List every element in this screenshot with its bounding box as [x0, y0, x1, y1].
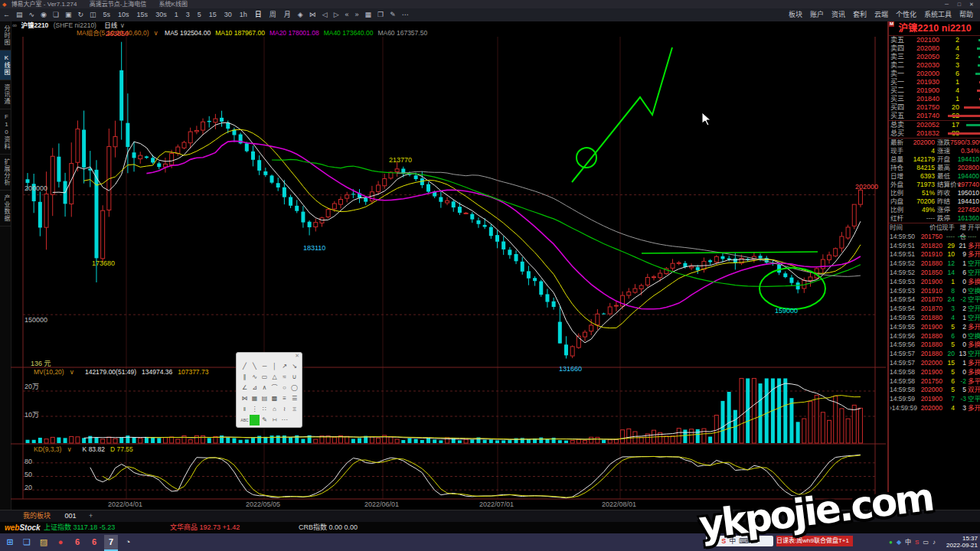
- tab-group-label[interactable]: 我的板块: [23, 512, 51, 520]
- draw-tool-4-3[interactable]: ⌂: [270, 404, 279, 415]
- draw-tool-3-5[interactable]: ☰: [289, 393, 299, 404]
- tray-icon-2[interactable]: 中: [905, 539, 911, 546]
- menu-item-系统工具[interactable]: 系统工具: [920, 8, 956, 21]
- draw-tool-5-3[interactable]: ∺: [270, 415, 279, 425]
- period-selector[interactable]: 日线: [104, 21, 117, 29]
- back-icon[interactable]: ←: [0, 8, 13, 21]
- menu-item-板块[interactable]: 板块: [785, 8, 806, 21]
- period-button-30[interactable]: 30: [220, 8, 236, 21]
- save-icon[interactable]: ▣: [62, 8, 75, 21]
- period-button-30s[interactable]: 30s: [152, 8, 171, 21]
- draw-tool-4-5[interactable]: Ξ: [289, 404, 299, 415]
- menu-item-个性化[interactable]: 个性化: [892, 8, 920, 21]
- draw-tool-5-5[interactable]: [289, 415, 299, 425]
- prev-icon[interactable]: ◁: [319, 8, 331, 21]
- sidebar-tab-扩展分析[interactable]: 扩展分析: [0, 155, 11, 191]
- draw-tool-5-0[interactable]: ABC: [240, 415, 250, 425]
- draw-tool-1-4[interactable]: ≈: [279, 372, 289, 383]
- period-button-1h[interactable]: 1h: [236, 8, 251, 21]
- draw-tool-4-1[interactable]: ⋮: [250, 404, 260, 415]
- draw-tool-3-2[interactable]: ▤: [260, 393, 270, 404]
- app6-icon[interactable]: 6: [70, 535, 84, 549]
- red-app-icon[interactable]: ●: [54, 535, 67, 549]
- collapse-icon[interactable]: «: [342, 8, 352, 21]
- refresh-icon[interactable]: ↻: [75, 8, 87, 21]
- maximize-button[interactable]: □: [954, 0, 965, 8]
- expand-icon[interactable]: »: [352, 8, 362, 21]
- draw-tool-1-2[interactable]: ▭: [260, 372, 270, 383]
- chevron-down-icon[interactable]: ∨: [154, 29, 158, 37]
- symbol-name[interactable]: 沪镍2210: [21, 21, 48, 29]
- draw-tool-0-5[interactable]: ↘: [289, 361, 299, 372]
- draw-tool-2-2[interactable]: ∧: [260, 383, 270, 393]
- sidebar-tab-产业数据[interactable]: 产业数据: [0, 191, 11, 227]
- draw-tool-0-1[interactable]: ╲: [250, 361, 260, 372]
- menu-item-帮助[interactable]: 帮助: [956, 8, 977, 21]
- draw-tool-4-2[interactable]: ∷: [260, 404, 270, 415]
- period-button-5s[interactable]: 5s: [100, 8, 115, 21]
- tray-icon-5[interactable]: ♪: [933, 539, 936, 546]
- start-icon[interactable]: ⊞: [3, 535, 17, 549]
- draw-tool-3-3[interactable]: ▩: [270, 393, 279, 404]
- menu-item-账户[interactable]: 账户: [806, 8, 828, 21]
- drawing-tools-palette[interactable]: ✕ ╱╲─│↗↘∥∿▭△≈∪∠⊿∧⌒○◯⋈▦▤▩≡☰‖⋮∷⌂≀ΞABC■✎∺⋯: [236, 352, 302, 428]
- draw-tool-4-4[interactable]: ≀: [279, 404, 289, 415]
- sidebar-tab-F10资料[interactable]: F10资料: [0, 109, 11, 155]
- close-button[interactable]: ✕: [966, 0, 977, 8]
- more-icon[interactable]: ⋯: [399, 8, 412, 21]
- draw-tool-0-4[interactable]: ↗: [279, 361, 289, 372]
- chart-canvas[interactable]: [11, 37, 886, 510]
- sidebar-tab-K线图[interactable]: K线图: [0, 51, 11, 80]
- obs-icon[interactable]: ◔: [121, 535, 135, 549]
- draw-tool-4-0[interactable]: ‖: [240, 404, 250, 415]
- draw-tool-0-2[interactable]: ─: [260, 361, 270, 372]
- next-icon[interactable]: ▷: [331, 8, 342, 21]
- mv-selector[interactable]: MV(10,20)∨: [34, 368, 80, 376]
- folder-icon[interactable]: ▨: [37, 535, 51, 549]
- sidebar-tab-资讯通[interactable]: 资讯通: [0, 80, 11, 109]
- diamond-icon[interactable]: ◈: [295, 8, 306, 21]
- draw-tool-5-2[interactable]: ✎: [260, 415, 270, 425]
- compass-icon[interactable]: ◉: [38, 8, 50, 21]
- tray-icon-1[interactable]: ◆: [897, 539, 901, 546]
- draw-tool-1-3[interactable]: △: [270, 372, 279, 383]
- draw-tool-5-4[interactable]: ⋯: [279, 415, 289, 425]
- draw-tool-1-1[interactable]: ∿: [250, 372, 260, 383]
- tray-icon-4[interactable]: ▭: [923, 539, 929, 546]
- period-button-1[interactable]: 1: [171, 8, 182, 21]
- chart-area[interactable]: 2638501736801831102137701316601590002020…: [11, 37, 886, 510]
- draw-tool-3-4[interactable]: ≡: [279, 393, 289, 404]
- draw-tool-0-3[interactable]: │: [270, 361, 279, 372]
- period-button-15[interactable]: 15: [205, 8, 220, 21]
- minimize-button[interactable]: ─: [942, 0, 952, 8]
- period-button-月[interactable]: 月: [280, 8, 295, 21]
- app7-icon[interactable]: 7: [104, 535, 118, 551]
- draw-tool-2-5[interactable]: ◯: [289, 383, 299, 393]
- draw-tool-3-0[interactable]: ⋈: [240, 393, 250, 404]
- draw-tool-2-4[interactable]: ○: [279, 383, 289, 393]
- period-button-日[interactable]: 日: [251, 8, 266, 21]
- line-chart-icon[interactable]: ∿: [26, 8, 38, 21]
- period-button-15s[interactable]: 15s: [133, 8, 152, 21]
- sidebar-tab-分时图[interactable]: 分时图: [0, 21, 11, 51]
- copy-icon[interactable]: ❐: [374, 8, 387, 21]
- menu-item-资讯[interactable]: 资讯: [828, 8, 849, 21]
- period-button-10s[interactable]: 10s: [114, 8, 133, 21]
- layout-icon[interactable]: ❏: [50, 8, 62, 21]
- draw-tool-2-3[interactable]: ⌒: [270, 383, 279, 393]
- tab-001[interactable]: 001: [65, 512, 77, 520]
- draw-tool-0-0[interactable]: ╱: [240, 361, 250, 372]
- draw-tool-3-1[interactable]: ▦: [250, 393, 260, 404]
- draw-tool-1-5[interactable]: ∪: [289, 372, 299, 383]
- table-icon[interactable]: ▦: [362, 8, 375, 21]
- tray-icon-3[interactable]: S: [915, 539, 919, 546]
- draw-icon[interactable]: ✎: [387, 8, 399, 21]
- draw-tool-2-0[interactable]: ∠: [240, 383, 250, 393]
- chevron-down-icon[interactable]: ∨: [120, 21, 125, 29]
- period-button-周[interactable]: 周: [266, 8, 280, 21]
- period-button-3[interactable]: 3: [182, 8, 194, 21]
- menu-item-云端[interactable]: 云端: [871, 8, 892, 21]
- app6b-icon[interactable]: 6: [87, 535, 101, 549]
- period-button-5[interactable]: 5: [194, 8, 205, 21]
- grid-icon[interactable]: ▤: [13, 8, 26, 21]
